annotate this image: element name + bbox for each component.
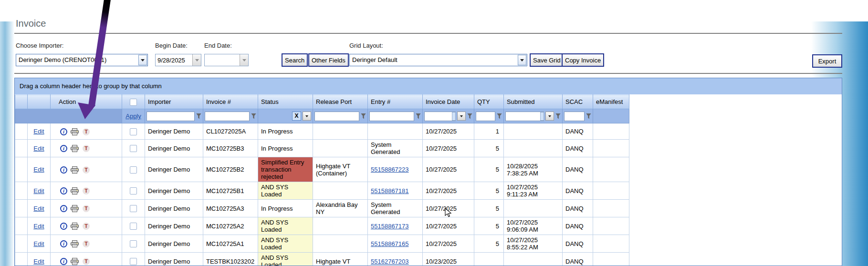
transaction-icon[interactable]: T [83,145,90,152]
entry-link[interactable]: 55158867173 [371,223,409,230]
filter-funnel-icon[interactable] [586,113,591,119]
header-scac[interactable]: SCAC [563,95,593,109]
filter-funnel-icon[interactable] [361,113,366,119]
end-date-field[interactable] [204,54,249,66]
info-icon[interactable]: i [60,205,67,212]
date-picker-segment[interactable] [452,112,456,121]
apply-filters-link[interactable]: Apply [125,113,141,120]
header-qty[interactable]: QTY [474,95,504,109]
row-checkbox[interactable] [130,187,137,194]
info-icon[interactable]: i [60,166,67,174]
printer-icon[interactable] [71,187,79,194]
edit-link[interactable]: Edit [33,240,44,247]
calendar-dropdown-icon[interactable] [192,54,201,66]
info-icon[interactable]: i [60,128,67,135]
release-port-filter-input[interactable] [314,112,359,121]
filter-dropdown-icon[interactable] [457,112,466,121]
header-invoice-date[interactable]: Invoice Date [423,95,474,109]
filter-funnel-icon[interactable] [196,113,201,119]
clear-filter-button[interactable]: X [292,112,301,121]
transaction-icon[interactable]: T [83,240,90,247]
search-button[interactable]: Search [282,53,308,67]
submitted-filter-input[interactable] [505,112,544,121]
transaction-icon[interactable]: T [83,258,90,265]
importer-select[interactable]: Deringer Demo (CRENOT0001) [16,54,148,66]
chevron-down-icon[interactable] [518,55,526,65]
invoice-date-filter-input[interactable] [424,112,456,121]
begin-date-field[interactable] [155,54,201,66]
header-entry[interactable]: Entry # [368,95,423,109]
filter-funnel-icon[interactable] [251,113,256,119]
printer-icon[interactable] [71,240,79,247]
edit-link[interactable]: Edit [33,205,44,212]
transaction-icon[interactable]: T [83,187,90,194]
select-all-checkbox[interactable] [130,99,137,106]
importer-filter-input[interactable] [146,112,195,121]
header-action[interactable]: Action [51,95,122,109]
chevron-down-icon[interactable] [138,55,147,65]
scac-filter-input[interactable] [564,112,585,121]
printer-icon[interactable] [71,166,79,174]
info-icon[interactable]: i [60,223,67,230]
printer-icon[interactable] [71,258,79,265]
group-by-band[interactable]: Drag a column header here to group by th… [15,78,842,94]
entry-filter-input[interactable] [369,112,414,121]
edit-link[interactable]: Edit [33,166,44,173]
filter-dropdown-icon[interactable] [545,112,554,121]
header-release-port[interactable]: Release Port [313,95,368,109]
printer-icon[interactable] [71,145,79,152]
save-grid-button[interactable]: Save Grid [530,53,564,67]
table-row: EditiTDeringer DemoCL10272025AIn Progres… [15,123,629,140]
info-icon[interactable]: i [60,145,67,152]
invoice-number-cell: MC102725B3 [203,140,258,157]
edit-link[interactable]: Edit [33,258,44,265]
calendar-dropdown-icon[interactable] [240,54,248,66]
copy-invoice-button[interactable]: Copy Invoice [562,53,604,67]
header-importer[interactable]: Importer [145,95,203,109]
filter-funnel-icon[interactable] [467,113,472,119]
filter-funnel-icon[interactable] [497,113,502,119]
edit-link[interactable]: Edit [33,187,44,194]
header-invoice[interactable]: Invoice # [203,95,258,109]
invoice-filter-input[interactable] [205,112,250,121]
entry-filter-cell [368,109,423,123]
edit-link[interactable]: Edit [33,145,44,152]
date-picker-segment[interactable] [540,112,544,121]
page-title: Invoice [16,18,46,29]
edit-link[interactable]: Edit [33,223,44,230]
other-fields-button[interactable]: Other Fields [308,53,349,67]
row-checkbox[interactable] [130,166,137,174]
entry-link[interactable]: 55158867223 [371,166,409,173]
header-emanifest[interactable]: eManifest [593,95,629,109]
row-checkbox[interactable] [130,223,137,230]
header-status[interactable]: Status [258,95,313,109]
info-icon[interactable]: i [60,240,67,247]
begin-date-input[interactable] [156,54,192,66]
entry-link[interactable]: 55162767203 [371,258,409,265]
transaction-icon[interactable]: T [83,223,90,230]
printer-icon[interactable] [71,205,79,212]
printer-icon[interactable] [71,128,79,135]
edit-link[interactable]: Edit [33,128,44,135]
row-checkbox[interactable] [130,205,137,212]
export-button[interactable]: Export [812,54,842,68]
entry-link[interactable]: 55158867165 [371,240,409,247]
printer-icon[interactable] [71,223,79,230]
entry-link[interactable]: 55158867181 [371,187,409,194]
transaction-icon[interactable]: T [83,128,90,135]
filter-funnel-icon[interactable] [555,113,561,119]
filter-dropdown-icon[interactable] [303,112,311,121]
row-checkbox[interactable] [130,128,137,135]
row-checkbox[interactable] [130,258,137,265]
row-checkbox[interactable] [130,240,137,247]
info-icon[interactable]: i [60,258,67,265]
row-checkbox[interactable] [130,145,137,152]
filter-funnel-icon[interactable] [416,113,421,119]
qty-filter-input[interactable] [476,112,495,121]
end-date-input[interactable] [205,54,240,66]
transaction-icon[interactable]: T [83,166,90,174]
header-submitted[interactable]: Submitted [504,95,563,109]
grid-layout-select[interactable]: Deringer Default [349,54,527,66]
transaction-icon[interactable]: T [83,205,90,212]
info-icon[interactable]: i [60,187,67,194]
